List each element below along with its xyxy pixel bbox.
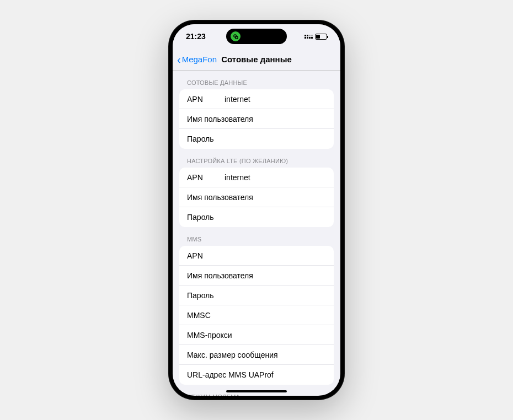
- nav-bar: ‹ MegaFon Сотовые данные: [173, 49, 340, 71]
- phone-frame: 21:23 ‹ MegaFon Сотовые данные: [168, 20, 345, 400]
- content-scroll[interactable]: СОТОВЫЕ ДАННЫЕ APN internet Имя пользова…: [173, 71, 340, 396]
- hotspot-icon: [231, 31, 241, 41]
- field-label: Пароль: [187, 213, 214, 222]
- field-label: Имя пользователя: [187, 193, 253, 202]
- field-label: Имя пользователя: [187, 115, 253, 123]
- field-label: MMSC: [187, 311, 211, 320]
- lte-apn-row[interactable]: APN internet: [179, 168, 334, 187]
- home-indicator[interactable]: [226, 390, 287, 392]
- group-lte: APN internet Имя пользователя Пароль: [179, 168, 334, 227]
- cellular-apn-row[interactable]: APN internet: [179, 89, 334, 109]
- field-label: APN: [187, 173, 220, 182]
- status-bar: 21:23: [173, 24, 340, 49]
- signal-icon: [304, 35, 313, 39]
- field-value: internet: [225, 95, 250, 104]
- mms-maxsize-row[interactable]: Макс. размер сообщения: [179, 345, 334, 365]
- field-label: APN: [187, 95, 220, 104]
- back-button[interactable]: ‹ MegaFon: [177, 54, 217, 65]
- chevron-left-icon: ‹: [177, 54, 181, 65]
- field-label: APN: [187, 251, 203, 260]
- mms-apn-row[interactable]: APN: [179, 246, 334, 266]
- section-header-lte: НАСТРОЙКА LTE (ПО ЖЕЛАНИЮ): [173, 149, 340, 168]
- group-cellular: APN internet Имя пользователя Пароль: [179, 89, 334, 149]
- battery-icon: [315, 34, 327, 40]
- cellular-username-row[interactable]: Имя пользователя: [179, 109, 334, 129]
- field-label: Пароль: [187, 291, 214, 300]
- group-mms: APN Имя пользователя Пароль MMSC MMS-про…: [179, 246, 334, 385]
- field-label: URL-адрес MMS UAProf: [187, 370, 274, 379]
- dynamic-island[interactable]: [226, 29, 287, 44]
- field-label: Пароль: [187, 134, 214, 143]
- svg-point-1: [235, 36, 238, 39]
- mms-uaprof-row[interactable]: URL-адрес MMS UAProf: [179, 365, 334, 385]
- mms-mmsc-row[interactable]: MMSC: [179, 305, 334, 325]
- lte-password-row[interactable]: Пароль: [179, 207, 334, 227]
- status-time: 21:23: [186, 32, 206, 41]
- screen: 21:23 ‹ MegaFon Сотовые данные: [173, 24, 340, 396]
- section-header-mms: MMS: [173, 227, 340, 246]
- mms-username-row[interactable]: Имя пользователя: [179, 266, 334, 286]
- mms-password-row[interactable]: Пароль: [179, 286, 334, 305]
- cellular-password-row[interactable]: Пароль: [179, 129, 334, 149]
- field-value: internet: [225, 173, 250, 182]
- back-label: MegaFon: [182, 55, 217, 64]
- page-title: Сотовые данные: [221, 55, 292, 64]
- status-icons: [304, 34, 327, 40]
- mms-proxy-row[interactable]: MMS-прокси: [179, 325, 334, 345]
- field-label: MMS-прокси: [187, 331, 232, 340]
- field-label: Имя пользователя: [187, 271, 253, 280]
- field-label: Макс. размер сообщения: [187, 351, 278, 359]
- section-header-cellular: СОТОВЫЕ ДАННЫЕ: [173, 71, 340, 89]
- lte-username-row[interactable]: Имя пользователя: [179, 187, 334, 207]
